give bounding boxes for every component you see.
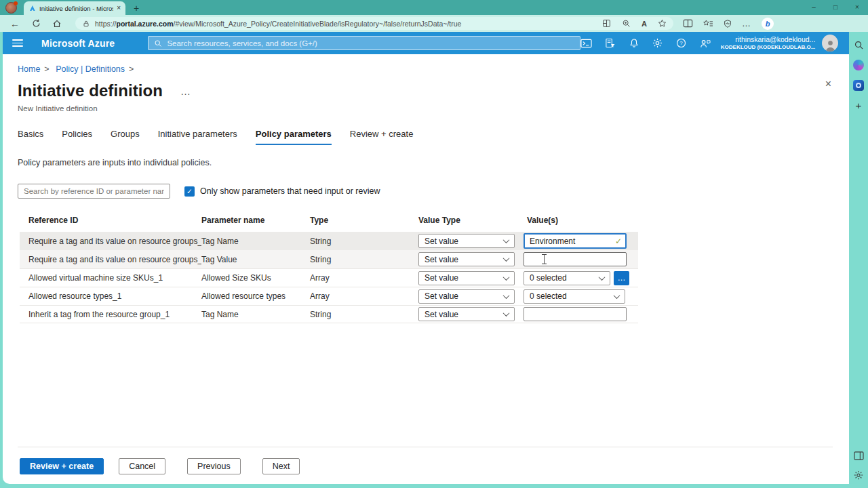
values-multiselect-dropdown[interactable]: 0 selected [524,271,610,285]
review-create-button[interactable]: Review + create [20,458,104,474]
value-input[interactable] [524,307,627,321]
notifications-bell-icon[interactable] [628,38,640,48]
search-icon [154,39,162,47]
value-type-selected: Set value [425,237,458,246]
blade-tabs: Basics Policies Groups Initiative parame… [18,129,833,145]
breadcrumb-home-link[interactable]: Home [18,64,40,74]
sidebar-settings-gear-icon[interactable] [854,470,863,480]
value-type-dropdown[interactable]: Set value [418,307,515,321]
notification-dot [14,1,18,5]
parameter-search-input[interactable] [18,184,170,199]
blade-footer: Review + create Cancel Previous Next [18,447,833,484]
chevron-down-icon [503,274,510,281]
window-maximize-icon[interactable]: □ [825,0,846,15]
cell-parameter-name: Tag Name [201,237,310,246]
sidebar-search-icon[interactable] [854,40,864,50]
refresh-icon[interactable] [29,19,43,28]
window-minimize-icon[interactable]: – [803,0,825,15]
value-input[interactable] [524,233,627,249]
chevron-down-icon [503,310,510,317]
cell-reference-id: Require a tag and its value on resource … [20,255,201,264]
tab-close-icon[interactable]: × [117,5,121,12]
context-menu-icon[interactable]: … [180,85,191,97]
cancel-button[interactable]: Cancel [119,458,165,474]
favorite-star-icon[interactable] [658,19,667,28]
sidebar-add-icon[interactable]: + [856,100,862,110]
chevron-down-icon [599,274,606,281]
parameters-table: Reference ID Parameter name Type Value T… [20,211,638,323]
address-bar[interactable]: https://portal.azure.com/#view/Microsoft… [75,17,673,30]
window-close-icon[interactable]: × [846,0,868,15]
browser-more-icon[interactable]: … [742,22,751,25]
azure-brand[interactable]: Microsoft Azure [41,38,115,49]
next-button[interactable]: Next [262,458,300,474]
copilot-icon[interactable]: b [762,18,774,30]
home-icon[interactable] [50,19,64,28]
azure-search-input[interactable] [167,39,574,47]
value-input[interactable] [524,252,627,266]
read-aloud-icon[interactable]: A [642,20,647,28]
table-row[interactable]: Allowed resource types_1 Allowed resourc… [20,287,638,305]
sidebar-app-icon[interactable] [853,60,864,70]
cloud-shell-icon[interactable] [580,39,593,48]
browser-tab[interactable]: Initiative definition - Microsoft A... × [24,1,125,15]
cell-type: String [310,255,418,264]
split-screen-icon[interactable] [683,18,693,28]
tab-policies[interactable]: Policies [62,129,92,145]
page-subtitle: New Initiative definition [18,104,833,113]
tab-basics[interactable]: Basics [18,129,43,145]
sidebar-app-icon[interactable] [853,80,864,91]
table-row[interactable]: Allowed virtual machine size SKUs_1 Allo… [20,268,638,287]
table-row[interactable]: Require a tag and its value on resource … [20,232,638,250]
back-icon[interactable]: ← [8,18,22,29]
chevron-down-icon [503,255,510,262]
sidebar-panel-icon[interactable] [854,451,864,460]
azure-search-box[interactable] [148,36,580,50]
tab-groups[interactable]: Groups [111,129,140,145]
tab-review-create[interactable]: Review + create [350,129,414,145]
edge-sidebar: + [849,32,868,488]
url-text: https://portal.azure.com/#view/Microsoft… [95,20,591,28]
account-info[interactable]: rithinskaria@kodekloud... KODEKLOUD (KOD… [721,35,816,50]
col-header-parameter-name: Parameter name [201,216,310,225]
col-header-value-type: Value Type [418,216,524,225]
feedback-icon[interactable] [699,39,711,48]
breadcrumb-policy-definitions-link[interactable]: Policy | Definitions [56,64,125,74]
table-row[interactable]: Require a tag and its value on resource … [20,250,638,268]
help-icon[interactable]: ? [675,38,688,48]
previous-button[interactable]: Previous [187,458,241,474]
tab-policy-parameters[interactable]: Policy parameters [256,129,332,145]
account-avatar[interactable] [822,35,838,52]
value-type-dropdown[interactable]: Set value [418,252,515,266]
table-header-row: Reference ID Parameter name Type Value T… [20,211,638,232]
settings-gear-icon[interactable] [652,38,664,48]
values-multiselect-dropdown[interactable]: 0 selected [524,289,625,304]
azure-favicon [28,5,36,12]
hamburger-menu-icon[interactable] [12,39,23,47]
cell-reference-id: Allowed resource types_1 [20,291,201,301]
col-header-reference-id: Reference ID [20,216,201,225]
zoom-icon[interactable] [622,19,631,28]
new-tab-button[interactable]: + [134,3,139,13]
breadcrumb: Home> Policy | Definitions> [18,64,833,74]
browser-essentials-icon[interactable] [723,19,732,28]
values-more-button[interactable]: … [614,271,629,285]
browser-titlebar: Initiative definition - Microsoft A... ×… [0,0,868,15]
cell-reference-id: Allowed virtual machine size SKUs_1 [20,273,201,283]
filter-checkbox-label: Only show parameters that need input or … [200,186,380,196]
value-type-dropdown[interactable]: Set value [418,271,515,285]
filter-checkbox[interactable]: ✓ [184,186,195,197]
table-row[interactable]: Inherit a tag from the resource group_1 … [20,305,638,323]
col-header-values: Value(s) [524,216,638,225]
value-type-selected: Set value [425,310,458,319]
tab-initiative-parameters[interactable]: Initiative parameters [158,129,237,145]
favorites-list-icon[interactable] [703,19,713,28]
workspaces-icon[interactable] [602,19,611,28]
cell-parameter-name: Tag Value [201,255,310,264]
directory-filter-icon[interactable] [604,38,616,48]
browser-profile-avatar[interactable] [5,2,17,14]
blade-close-icon[interactable]: × [825,79,831,89]
tab-title: Initiative definition - Microsoft A... [39,5,113,12]
value-type-dropdown[interactable]: Set value [418,234,515,248]
value-type-dropdown[interactable]: Set value [418,289,515,304]
